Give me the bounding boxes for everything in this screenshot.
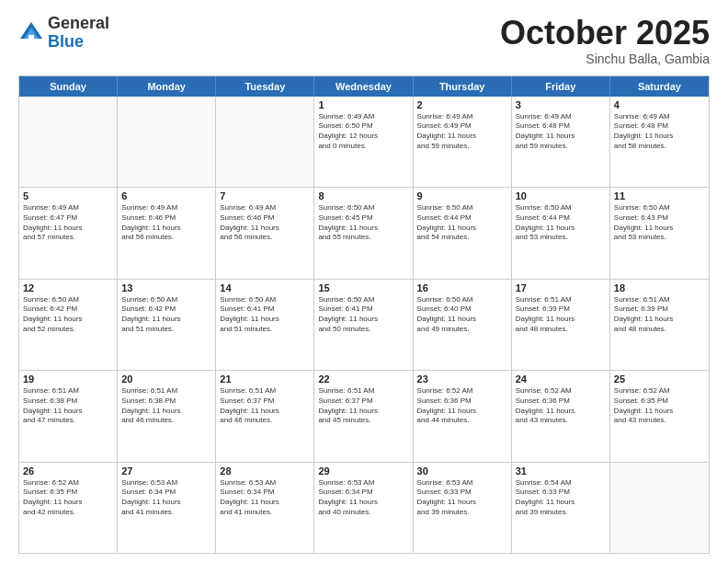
cell-info: Sunrise: 6:50 AMSunset: 6:42 PMDaylight:… — [23, 295, 113, 335]
cell-info: Sunrise: 6:49 AMSunset: 6:46 PMDaylight:… — [220, 203, 310, 243]
cal-cell-day-21: 21Sunrise: 6:51 AMSunset: 6:37 PMDayligh… — [216, 371, 314, 461]
cal-cell-day-16: 16Sunrise: 6:50 AMSunset: 6:40 PMDayligh… — [414, 280, 512, 370]
cal-cell-day-2: 2Sunrise: 6:49 AMSunset: 6:49 PMDaylight… — [414, 97, 512, 187]
day-number: 29 — [318, 465, 408, 477]
cal-cell-day-20: 20Sunrise: 6:51 AMSunset: 6:38 PMDayligh… — [118, 371, 216, 461]
cal-cell-day-14: 14Sunrise: 6:50 AMSunset: 6:41 PMDayligh… — [216, 280, 314, 370]
day-header-sunday: Sunday — [19, 76, 118, 97]
cal-cell-day-26: 26Sunrise: 6:52 AMSunset: 6:35 PMDayligh… — [19, 463, 118, 553]
calendar-header: SundayMondayTuesdayWednesdayThursdayFrid… — [19, 76, 709, 97]
cell-info: Sunrise: 6:49 AMSunset: 6:49 PMDaylight:… — [417, 112, 507, 152]
cal-cell-day-31: 31Sunrise: 6:54 AMSunset: 6:33 PMDayligh… — [512, 463, 610, 553]
cal-cell-day-23: 23Sunrise: 6:52 AMSunset: 6:36 PMDayligh… — [414, 371, 512, 461]
logo: General Blue — [18, 15, 109, 52]
day-number: 28 — [220, 465, 310, 477]
day-number: 18 — [614, 282, 705, 293]
cal-cell-day-30: 30Sunrise: 6:53 AMSunset: 6:33 PMDayligh… — [414, 463, 512, 553]
cell-info: Sunrise: 6:53 AMSunset: 6:34 PMDaylight:… — [121, 478, 211, 518]
cell-info: Sunrise: 6:50 AMSunset: 6:43 PMDaylight:… — [614, 203, 705, 243]
calendar-body: 1Sunrise: 6:49 AMSunset: 6:50 PMDaylight… — [19, 97, 709, 553]
cell-info: Sunrise: 6:51 AMSunset: 6:38 PMDaylight:… — [121, 386, 211, 426]
cell-info: Sunrise: 6:52 AMSunset: 6:35 PMDaylight:… — [23, 478, 113, 518]
cal-cell-empty — [216, 97, 314, 187]
cal-cell-day-15: 15Sunrise: 6:50 AMSunset: 6:41 PMDayligh… — [314, 280, 413, 370]
day-number: 11 — [614, 190, 705, 201]
day-number: 21 — [220, 373, 310, 385]
cal-cell-day-12: 12Sunrise: 6:50 AMSunset: 6:42 PMDayligh… — [19, 280, 118, 370]
day-number: 23 — [417, 373, 507, 385]
svg-rect-2 — [28, 35, 34, 40]
cell-info: Sunrise: 6:50 AMSunset: 6:41 PMDaylight:… — [220, 295, 310, 335]
cal-cell-day-10: 10Sunrise: 6:50 AMSunset: 6:44 PMDayligh… — [512, 188, 610, 278]
day-number: 20 — [121, 373, 211, 385]
cell-info: Sunrise: 6:51 AMSunset: 6:37 PMDaylight:… — [220, 386, 310, 426]
cal-cell-day-4: 4Sunrise: 6:49 AMSunset: 6:48 PMDaylight… — [610, 97, 709, 187]
cal-cell-day-13: 13Sunrise: 6:50 AMSunset: 6:42 PMDayligh… — [118, 280, 216, 370]
day-number: 15 — [318, 282, 408, 293]
cell-info: Sunrise: 6:52 AMSunset: 6:36 PMDaylight:… — [516, 386, 606, 426]
cal-cell-empty — [19, 97, 118, 187]
cal-cell-day-25: 25Sunrise: 6:52 AMSunset: 6:35 PMDayligh… — [610, 371, 709, 461]
cell-info: Sunrise: 6:49 AMSunset: 6:47 PMDaylight:… — [23, 203, 113, 243]
page: General Blue October 2025 Sinchu Balla, … — [0, 0, 728, 563]
cell-info: Sunrise: 6:50 AMSunset: 6:42 PMDaylight:… — [121, 295, 211, 335]
day-number: 19 — [23, 373, 113, 385]
logo-blue: Blue — [48, 33, 109, 52]
day-number: 5 — [23, 190, 113, 201]
cell-info: Sunrise: 6:49 AMSunset: 6:50 PMDaylight:… — [318, 112, 408, 152]
day-number: 22 — [318, 373, 408, 385]
cal-cell-day-3: 3Sunrise: 6:49 AMSunset: 6:48 PMDaylight… — [512, 97, 610, 187]
cal-cell-day-24: 24Sunrise: 6:52 AMSunset: 6:36 PMDayligh… — [512, 371, 610, 461]
cal-cell-day-27: 27Sunrise: 6:53 AMSunset: 6:34 PMDayligh… — [118, 463, 216, 553]
cal-week-1: 1Sunrise: 6:49 AMSunset: 6:50 PMDaylight… — [19, 97, 709, 188]
day-number: 8 — [318, 190, 408, 201]
cal-cell-day-9: 9Sunrise: 6:50 AMSunset: 6:44 PMDaylight… — [414, 188, 512, 278]
day-number: 2 — [417, 99, 507, 110]
cal-cell-day-19: 19Sunrise: 6:51 AMSunset: 6:38 PMDayligh… — [19, 371, 118, 461]
cal-cell-day-28: 28Sunrise: 6:53 AMSunset: 6:34 PMDayligh… — [216, 463, 314, 553]
cell-info: Sunrise: 6:51 AMSunset: 6:38 PMDaylight:… — [23, 386, 113, 426]
cal-cell-day-22: 22Sunrise: 6:51 AMSunset: 6:37 PMDayligh… — [314, 371, 413, 461]
cell-info: Sunrise: 6:50 AMSunset: 6:44 PMDaylight:… — [417, 203, 507, 243]
day-number: 4 — [614, 99, 705, 110]
day-number: 27 — [121, 465, 211, 477]
day-number: 25 — [614, 373, 705, 385]
location: Sinchu Balla, Gambia — [500, 52, 710, 66]
day-number: 3 — [516, 99, 606, 110]
cell-info: Sunrise: 6:54 AMSunset: 6:33 PMDaylight:… — [516, 478, 606, 518]
cal-cell-day-17: 17Sunrise: 6:51 AMSunset: 6:39 PMDayligh… — [512, 280, 610, 370]
cal-cell-empty — [118, 97, 216, 187]
day-number: 13 — [121, 282, 211, 293]
cell-info: Sunrise: 6:49 AMSunset: 6:46 PMDaylight:… — [121, 203, 211, 243]
cell-info: Sunrise: 6:52 AMSunset: 6:35 PMDaylight:… — [614, 386, 705, 426]
cell-info: Sunrise: 6:53 AMSunset: 6:33 PMDaylight:… — [417, 478, 507, 518]
cal-cell-day-1: 1Sunrise: 6:49 AMSunset: 6:50 PMDaylight… — [314, 97, 413, 187]
day-number: 6 — [121, 190, 211, 201]
cell-info: Sunrise: 6:49 AMSunset: 6:48 PMDaylight:… — [614, 112, 705, 152]
day-number: 12 — [23, 282, 113, 293]
cell-info: Sunrise: 6:49 AMSunset: 6:48 PMDaylight:… — [516, 112, 606, 152]
cell-info: Sunrise: 6:51 AMSunset: 6:37 PMDaylight:… — [318, 386, 408, 426]
logo-icon — [18, 20, 44, 46]
cal-cell-day-18: 18Sunrise: 6:51 AMSunset: 6:39 PMDayligh… — [610, 280, 709, 370]
day-header-monday: Monday — [118, 76, 216, 97]
cal-cell-day-5: 5Sunrise: 6:49 AMSunset: 6:47 PMDaylight… — [19, 188, 118, 278]
day-number: 24 — [516, 373, 606, 385]
title-area: October 2025 Sinchu Balla, Gambia — [500, 15, 710, 66]
month-title: October 2025 — [500, 15, 710, 52]
cell-info: Sunrise: 6:53 AMSunset: 6:34 PMDaylight:… — [318, 478, 408, 518]
day-number: 30 — [417, 465, 507, 477]
logo-text: General Blue — [48, 15, 109, 52]
day-number: 9 — [417, 190, 507, 201]
cal-week-4: 19Sunrise: 6:51 AMSunset: 6:38 PMDayligh… — [19, 371, 709, 462]
cal-week-5: 26Sunrise: 6:52 AMSunset: 6:35 PMDayligh… — [19, 463, 709, 553]
cal-week-3: 12Sunrise: 6:50 AMSunset: 6:42 PMDayligh… — [19, 280, 709, 371]
cal-cell-day-7: 7Sunrise: 6:49 AMSunset: 6:46 PMDaylight… — [216, 188, 314, 278]
cal-week-2: 5Sunrise: 6:49 AMSunset: 6:47 PMDaylight… — [19, 188, 709, 279]
day-number: 14 — [220, 282, 310, 293]
day-header-thursday: Thursday — [414, 76, 512, 97]
cell-info: Sunrise: 6:50 AMSunset: 6:41 PMDaylight:… — [318, 295, 408, 335]
cal-cell-day-6: 6Sunrise: 6:49 AMSunset: 6:46 PMDaylight… — [118, 188, 216, 278]
cal-cell-day-8: 8Sunrise: 6:50 AMSunset: 6:45 PMDaylight… — [314, 188, 413, 278]
day-number: 10 — [516, 190, 606, 201]
